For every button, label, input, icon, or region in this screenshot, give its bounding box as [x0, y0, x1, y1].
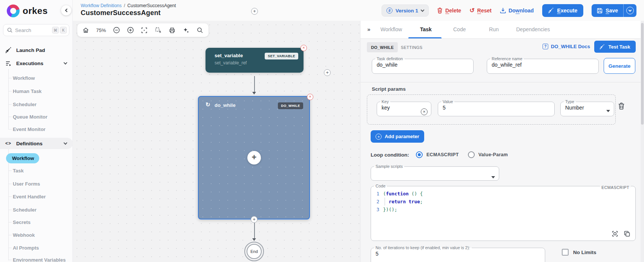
- add-task-connector-button[interactable]: +: [251, 8, 258, 15]
- trash-icon: [618, 102, 625, 110]
- sidebar-subitem-task[interactable]: Task: [13, 168, 24, 174]
- no-limits-checkbox[interactable]: [562, 249, 569, 256]
- breadcrumb-workflow-definitions-link[interactable]: Workflow Definitions: [81, 3, 121, 8]
- tree-tick: [8, 260, 12, 260]
- param-value-field[interactable]: Value 5: [438, 99, 555, 116]
- reference-name-field[interactable]: Reference name do_while_ref: [487, 56, 599, 74]
- fit-home-button[interactable]: [79, 23, 93, 37]
- cmd-keycap: ⌘: [52, 27, 59, 34]
- code-language-label: ECMASCRIPT: [600, 185, 631, 190]
- execute-button[interactable]: Execute: [542, 4, 584, 17]
- sidebar-subitem-webhook[interactable]: Webhook: [13, 232, 35, 238]
- tab-task[interactable]: Task: [420, 26, 432, 32]
- add-task-inside-loop-button[interactable]: +: [247, 151, 261, 165]
- generate-button[interactable]: Generate: [604, 58, 635, 74]
- sidebar-subitem-scheduler-def[interactable]: Scheduler: [13, 207, 37, 213]
- ecmascript-radio[interactable]: [416, 151, 423, 158]
- connector-line: [254, 76, 255, 92]
- download-label: Download: [509, 8, 534, 14]
- delete-parameter-button[interactable]: [618, 102, 626, 111]
- task-definition-field[interactable]: Task definition do_while: [372, 56, 474, 74]
- workflow-canvas[interactable]: 75% set_variable set_variable_ref SET_VA…: [73, 21, 360, 262]
- param-value-value[interactable]: 5: [438, 104, 554, 113]
- tab-code[interactable]: Code: [453, 26, 466, 32]
- zoom-in-button[interactable]: [123, 23, 137, 37]
- chevron-down-icon: [421, 8, 425, 12]
- execute-label: Execute: [557, 8, 578, 14]
- sidebar-item-executions[interactable]: Executions: [0, 58, 73, 69]
- remove-do-while-button[interactable]: ✕: [307, 94, 313, 100]
- search-icon: [7, 27, 12, 33]
- code-editor[interactable]: Code ECMASCRIPT 1 (function () { 2 retur…: [371, 184, 636, 241]
- sidebar-subitem-user-forms[interactable]: User Forms: [13, 181, 40, 187]
- add-task-connector-button[interactable]: +: [251, 216, 258, 223]
- clear-key-icon[interactable]: ✕: [421, 108, 428, 115]
- sidebar-subitem-secrets[interactable]: Secrets: [13, 219, 31, 225]
- chevron-down-icon[interactable]: [491, 176, 495, 178]
- search-input[interactable]: [15, 27, 51, 33]
- panel-collapse-icon[interactable]: »: [367, 26, 370, 32]
- auto-arrange-button[interactable]: [179, 23, 193, 37]
- delete-button[interactable]: Delete: [437, 8, 461, 14]
- reference-name-value[interactable]: do_while_ref: [487, 61, 598, 70]
- tab-run[interactable]: Run: [489, 26, 499, 32]
- task-definition-value[interactable]: do_while: [372, 61, 473, 70]
- chevron-down-icon[interactable]: [64, 141, 67, 145]
- node-set-variable[interactable]: set_variable set_variable_ref SET_VARIAB…: [205, 48, 304, 73]
- download-button[interactable]: Download: [500, 8, 534, 14]
- add-parameter-button[interactable]: + Add parameter: [371, 130, 424, 143]
- scrollbar-thumb[interactable]: [641, 23, 644, 125]
- sidebar-item-launch-pad[interactable]: Launch Pad: [0, 44, 73, 56]
- no-limits-label[interactable]: No Limits: [573, 250, 596, 255]
- tab-workflow[interactable]: Workflow: [380, 26, 402, 32]
- add-task-connector-button[interactable]: +: [324, 69, 331, 76]
- end-label: End: [247, 244, 262, 259]
- sidebar-subitem-ai-prompts[interactable]: AI Prompts: [13, 245, 39, 251]
- node-type-badge: SET_VARIABLE: [265, 53, 298, 59]
- node-end[interactable]: End: [244, 242, 264, 261]
- iterations-field[interactable]: No. of iterations to keep (if enabled, m…: [371, 245, 545, 262]
- iterations-value[interactable]: 5: [371, 250, 545, 259]
- do-while-docs-link[interactable]: ? DO_WHILE Docs: [543, 44, 590, 49]
- expand-editor-icon[interactable]: [612, 231, 618, 237]
- ecmascript-radio-label[interactable]: ECMASCRIPT: [426, 152, 459, 157]
- sidebar-subitem-human-task[interactable]: Human Task: [13, 88, 41, 94]
- sidebar-subitem-event-handler[interactable]: Event Handler: [13, 194, 46, 200]
- sample-scripts-select[interactable]: Sample scripts: [371, 164, 499, 181]
- zoom-out-button[interactable]: [109, 23, 123, 37]
- print-button[interactable]: [165, 23, 179, 37]
- sidebar-item-definitions[interactable]: <> Definitions: [0, 138, 73, 149]
- sidebar-subitem-environment-variables[interactable]: Environment Variables: [13, 257, 66, 262]
- line-number: 1: [371, 190, 379, 198]
- sidebar-subitem-executions-workflow[interactable]: Workflow: [13, 75, 35, 81]
- sidebar-subitem-definitions-workflow-selected[interactable]: Workflow: [6, 153, 39, 163]
- tab-dependencies[interactable]: Dependencies: [516, 26, 550, 32]
- version-label: Version 1: [396, 8, 418, 14]
- subtab-do-while[interactable]: DO_WHILE: [367, 42, 398, 52]
- panel-scrollbar[interactable]: [641, 21, 644, 262]
- save-options-button[interactable]: [624, 4, 636, 17]
- copy-selection-button[interactable]: [151, 23, 165, 37]
- sidebar-collapse-button[interactable]: [61, 5, 71, 15]
- sidebar-subitem-event-monitor[interactable]: Event Monitor: [13, 126, 46, 132]
- param-type-value[interactable]: Number: [561, 104, 614, 113]
- sidebar-subitem-queue-monitor[interactable]: Queue Monitor: [13, 114, 48, 120]
- fit-view-button[interactable]: [137, 23, 151, 37]
- param-type-select[interactable]: Type Number: [560, 99, 614, 116]
- version-selector[interactable]: # Version 1: [382, 5, 429, 17]
- canvas-search-button[interactable]: [193, 23, 207, 37]
- remove-set-variable-button[interactable]: ✕: [301, 45, 307, 51]
- param-key-field[interactable]: Key key ✕: [377, 99, 431, 116]
- chevron-down-icon[interactable]: [606, 110, 610, 112]
- chevron-down-icon: [626, 7, 634, 14]
- value-param-radio-label[interactable]: Value-Param: [478, 152, 508, 157]
- value-param-radio[interactable]: [468, 151, 475, 158]
- test-task-button[interactable]: Test Task: [594, 41, 636, 53]
- subtab-settings[interactable]: SETTINGS: [397, 42, 426, 52]
- chevron-down-icon[interactable]: [64, 61, 67, 65]
- header-actions: # Version 1 Delete ↺ Reset Download Exec…: [382, 4, 636, 17]
- save-button[interactable]: Save: [592, 4, 624, 17]
- reset-button[interactable]: ↺ Reset: [469, 8, 492, 14]
- copy-code-icon[interactable]: [624, 231, 630, 237]
- sidebar-subitem-scheduler[interactable]: Scheduler: [13, 102, 37, 107]
